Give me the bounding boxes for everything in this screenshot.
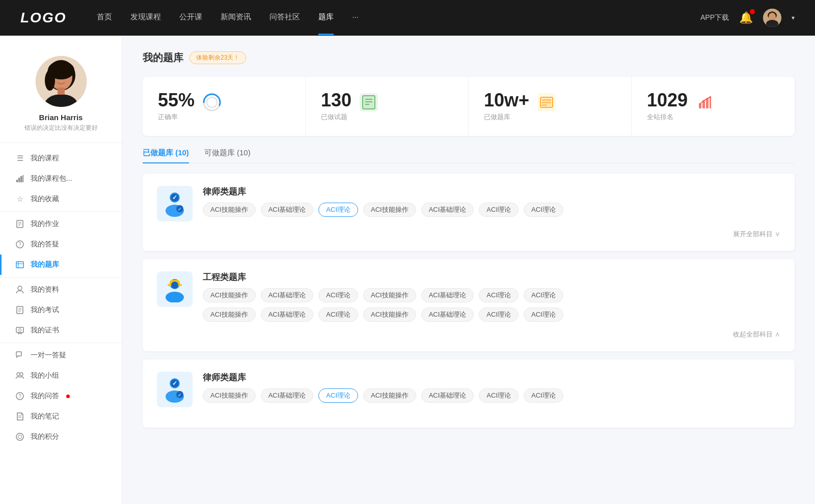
bank-1-footer: 展开全部科目 ∨ xyxy=(157,230,780,239)
tab-available[interactable]: 可做题库 (10) xyxy=(204,148,251,163)
bank-2-tag-r2-5[interactable]: ACI理论 xyxy=(479,307,519,322)
sidebar-label-my-courses: 我的课程 xyxy=(31,154,59,163)
separator-1 xyxy=(0,211,122,212)
bank-1-tag-5[interactable]: ACI理论 xyxy=(479,203,519,217)
bank-1-expand[interactable]: 展开全部科目 ∨ xyxy=(733,230,780,239)
bank-2-collapse[interactable]: 收起全部科目 ∧ xyxy=(733,330,780,339)
banks-done-icon xyxy=(537,93,556,111)
sidebar-item-my-questions[interactable]: ? 我的答疑 xyxy=(0,234,122,255)
sidebar-label-my-notes: 我的笔记 xyxy=(31,412,59,421)
app-download-button[interactable]: APP下载 xyxy=(700,13,729,22)
svg-point-33 xyxy=(20,373,23,376)
bank-3-tag-6[interactable]: ACI理论 xyxy=(524,388,563,403)
bank-3-tag-1[interactable]: ACI基础理论 xyxy=(261,388,314,403)
bank-3-tag-0[interactable]: ACI技能操作 xyxy=(203,388,256,403)
bank-1-tag-6[interactable]: ACI理论 xyxy=(524,203,563,217)
bank-2-tag-r2-6[interactable]: ACI理论 xyxy=(524,307,563,322)
bank-2-tag-r2-4[interactable]: ACI基础理论 xyxy=(421,307,474,322)
bank-2-tag-r1-1[interactable]: ACI基础理论 xyxy=(261,288,314,302)
accuracy-icon xyxy=(203,93,221,111)
tab-done[interactable]: 已做题库 (10) xyxy=(143,148,189,163)
avatar[interactable] xyxy=(763,9,781,27)
svg-text:✓: ✓ xyxy=(178,207,182,212)
sidebar-item-my-notes[interactable]: 我的笔记 xyxy=(0,406,122,427)
sidebar-label-my-profile: 我的资料 xyxy=(31,285,59,294)
bank-3-tag-4[interactable]: ACI基础理论 xyxy=(421,388,474,403)
bank-3-tag-2[interactable]: ACI理论 xyxy=(318,388,358,403)
bank-2-tag-r2-1[interactable]: ACI基础理论 xyxy=(261,307,314,322)
sidebar-item-one-on-one[interactable]: 一对一答疑 xyxy=(0,345,122,366)
svg-point-39 xyxy=(18,435,22,439)
nav-opencourse[interactable]: 公开课 xyxy=(179,12,202,24)
nav-news[interactable]: 新闻资讯 xyxy=(221,12,251,24)
navbar: LOGO 首页 发现课程 公开课 新闻资讯 问答社区 题库 ··· APP下载 … xyxy=(0,0,815,36)
notification-bell[interactable]: 🔔 xyxy=(739,11,753,24)
sidebar-item-my-homework[interactable]: 我的作业 xyxy=(0,214,122,234)
stat-banks-text: 10w+ 已做题库 xyxy=(484,91,529,122)
nav-discover[interactable]: 发现课程 xyxy=(130,12,161,24)
svg-rect-15 xyxy=(22,175,23,182)
bank-2-tag-r1-0[interactable]: ACI技能操作 xyxy=(203,288,256,302)
svg-rect-50 xyxy=(542,99,551,101)
svg-rect-11 xyxy=(58,88,65,95)
user-menu-chevron[interactable]: ▾ xyxy=(792,14,795,21)
bank-2-tag-r1-5[interactable]: ACI理论 xyxy=(479,288,519,302)
bank-2-tag-r1-2[interactable]: ACI理论 xyxy=(318,288,358,302)
profile-avatar[interactable] xyxy=(36,56,87,107)
sidebar-item-my-favorites[interactable]: ☆ 我的收藏 xyxy=(0,189,122,209)
bank-2-tag-r1-4[interactable]: ACI基础理论 xyxy=(421,288,474,302)
stat-ranking-text: 1029 全站排名 xyxy=(647,91,688,122)
sidebar-item-my-packages[interactable]: 我的课程包... xyxy=(0,169,122,189)
nav-more[interactable]: ··· xyxy=(352,12,359,24)
favorites-icon: ☆ xyxy=(15,194,24,204)
sidebar-item-my-exam[interactable]: 我的考试 xyxy=(0,300,122,320)
nav-home[interactable]: 首页 xyxy=(97,12,112,24)
sidebar-item-my-points[interactable]: 我的积分 xyxy=(0,427,122,447)
stat-banks-value: 10w+ xyxy=(484,91,529,109)
stat-questions-label: 已做试题 xyxy=(321,113,351,122)
svg-point-38 xyxy=(16,433,23,440)
bank-2-tag-r2-2[interactable]: ACI理论 xyxy=(318,307,358,322)
bank-3-tag-3[interactable]: ACI技能操作 xyxy=(363,388,416,403)
bank-1-tag-3[interactable]: ACI技能操作 xyxy=(363,203,416,217)
bank-icon xyxy=(15,260,24,269)
sidebar-item-my-profile[interactable]: 我的资料 xyxy=(0,279,122,300)
bank-1-title: 律师类题库 xyxy=(203,186,780,198)
svg-point-31 xyxy=(19,329,21,331)
nav-bank[interactable]: 题库 xyxy=(318,12,334,24)
stat-accuracy-value: 55% xyxy=(158,91,195,109)
sidebar-label-my-bank: 我的题库 xyxy=(31,260,59,269)
bank-2-tag-r1-3[interactable]: ACI技能操作 xyxy=(363,288,416,302)
bank-1-tags: ACI技能操作 ACI基础理论 ACI理论 ACI技能操作 ACI基础理论 AC… xyxy=(203,203,780,217)
sidebar-profile: Brian Harris 错误的决定比没有决定要好 xyxy=(0,51,122,143)
bank-2-tag-r2-0[interactable]: ACI技能操作 xyxy=(203,307,256,322)
sidebar-label-my-cert: 我的证书 xyxy=(31,326,59,335)
sidebar-label-my-exam: 我的考试 xyxy=(31,305,59,315)
svg-rect-51 xyxy=(542,102,551,103)
courses-icon: ☰ xyxy=(15,154,24,163)
bank-1-tag-4[interactable]: ACI基础理论 xyxy=(421,203,474,217)
nav-right: APP下载 🔔 ▾ xyxy=(700,9,795,27)
sidebar-item-my-cert[interactable]: 我的证书 xyxy=(0,320,122,341)
bank-2-tag-r2-3[interactable]: ACI技能操作 xyxy=(363,307,416,322)
bank-1-tag-2[interactable]: ACI理论 xyxy=(318,203,358,217)
svg-point-64 xyxy=(166,292,184,302)
sidebar-label-my-answers: 我的问答 xyxy=(31,391,59,401)
bank-1-tag-0[interactable]: ACI技能操作 xyxy=(203,203,256,217)
sidebar-item-my-group[interactable]: 我的小组 xyxy=(0,366,122,386)
sidebar-item-my-courses[interactable]: ☰ 我的课程 xyxy=(0,148,122,169)
sidebar-item-my-answers[interactable]: ? 我的问答 xyxy=(0,386,122,406)
page-layout: Brian Harris 错误的决定比没有决定要好 ☰ 我的课程 我的课程包..… xyxy=(0,36,815,504)
stat-ranking-label: 全站排名 xyxy=(647,113,688,122)
profile-name: Brian Harris xyxy=(39,113,83,122)
svg-rect-43 xyxy=(363,96,375,109)
svg-text:✓: ✓ xyxy=(178,393,182,398)
bank-2-tag-r1-6[interactable]: ACI理论 xyxy=(524,288,563,302)
svg-point-3 xyxy=(769,13,776,21)
points-icon xyxy=(15,432,24,441)
sidebar-item-my-bank[interactable]: 我的题库 xyxy=(0,255,122,275)
bank-1-tag-1[interactable]: ACI基础理论 xyxy=(261,203,314,217)
bank-3-tag-5[interactable]: ACI理论 xyxy=(479,388,519,403)
separator-3 xyxy=(0,343,122,343)
nav-qa[interactable]: 问答社区 xyxy=(269,12,300,24)
